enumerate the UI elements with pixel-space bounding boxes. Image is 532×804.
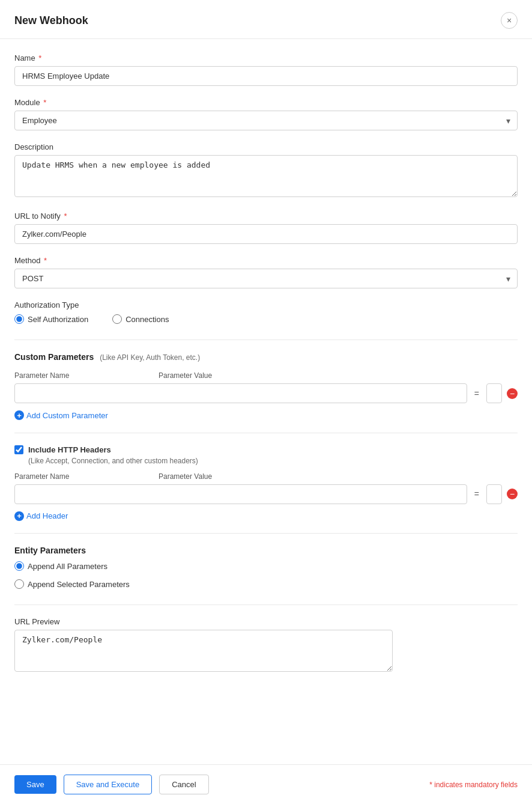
close-button[interactable]: ×	[501, 12, 518, 29]
add-custom-param-icon: +	[14, 410, 24, 420]
custom-param-name-input-1[interactable]	[14, 383, 467, 403]
url-notify-label: URL to Notify *	[14, 212, 518, 221]
save-execute-button[interactable]: Save and Execute	[64, 775, 153, 794]
custom-params-title: Custom Parameters (Like API Key, Auth To…	[14, 352, 518, 362]
entity-append-all-label: Append All Parameters	[28, 562, 107, 571]
custom-param-value-input-1[interactable]	[486, 383, 502, 403]
new-webhook-modal: New Webhook × Name * Module * Employee C…	[0, 0, 532, 804]
include-headers-label: Include HTTP Headers	[28, 445, 111, 454]
auth-connections-label: Connections	[125, 315, 169, 324]
method-label: Method *	[14, 256, 518, 265]
name-input[interactable]	[14, 66, 518, 86]
entity-append-all-radio[interactable]	[14, 561, 24, 571]
url-preview-input[interactable]: Zylker.com/People	[14, 630, 393, 672]
method-group: Method * POST GET PUT DELETE	[14, 256, 518, 288]
url-notify-group: URL to Notify *	[14, 212, 518, 244]
auth-self-option[interactable]: Self Authorization	[14, 314, 88, 324]
remove-custom-param-button-1[interactable]: −	[507, 388, 518, 400]
auth-radio-group: Self Authorization Connections	[14, 314, 518, 327]
header-param-value-input-1[interactable]	[486, 484, 502, 504]
custom-param-row-1: = −	[14, 383, 518, 403]
headers-param-header-row: Parameter Name Parameter Value	[14, 472, 518, 481]
remove-custom-param-icon-1: −	[507, 388, 518, 399]
mandatory-note: * indicates mandatory fields	[429, 781, 518, 789]
entity-params-title: Entity Parameters	[14, 546, 518, 555]
equals-sign-1: =	[472, 389, 482, 398]
add-header-link[interactable]: + Add Header	[14, 511, 68, 521]
include-headers-section: Include HTTP Headers (Like Accept, Conne…	[14, 445, 518, 522]
url-preview-section: URL Preview Zylker.com/People	[14, 617, 518, 674]
module-select-wrapper: Employee Contact Lead Deal	[14, 111, 518, 130]
divider-3	[14, 533, 518, 534]
auth-connections-radio[interactable]	[112, 314, 122, 324]
description-group: Description Update HRMS when a new emplo…	[14, 142, 518, 199]
header-param-name-input-1[interactable]	[14, 484, 467, 504]
url-required-star: *	[64, 212, 67, 221]
entity-radio-group: Append All Parameters Append Selected Pa…	[14, 561, 518, 592]
save-button[interactable]: Save	[14, 775, 56, 794]
modal-body: Name * Module * Employee Contact Lead De…	[0, 39, 532, 764]
add-header-label: Add Header	[26, 511, 68, 520]
entity-params-section: Entity Parameters Append All Parameters …	[14, 546, 518, 592]
auth-type-section: Authorization Type Self Authorization Co…	[14, 300, 518, 327]
add-custom-param-link[interactable]: + Add Custom Parameter	[14, 410, 108, 420]
include-headers-checkbox[interactable]	[14, 445, 23, 454]
name-required-star: *	[38, 53, 41, 62]
entity-append-all-option[interactable]: Append All Parameters	[14, 561, 518, 571]
custom-params-subtitle: (Like API Key, Auth Token, etc.)	[100, 353, 200, 362]
divider-2	[14, 433, 518, 433]
entity-append-selected-option[interactable]: Append Selected Parameters	[14, 579, 518, 589]
url-notify-input[interactable]	[14, 224, 518, 244]
include-headers-checkbox-row: Include HTTP Headers	[14, 445, 518, 454]
auth-self-label: Self Authorization	[28, 315, 88, 324]
url-preview-title: URL Preview	[14, 617, 518, 626]
auth-self-radio[interactable]	[14, 314, 24, 324]
divider-1	[14, 340, 518, 340]
param-name-col-label: Parameter Name	[14, 371, 135, 380]
module-required-star: *	[43, 98, 46, 107]
include-headers-hint: (Like Accept, Connection, and other cust…	[14, 457, 518, 465]
modal-header: New Webhook ×	[0, 0, 532, 39]
method-select[interactable]: POST GET PUT DELETE	[14, 269, 518, 288]
modal-title: New Webhook	[14, 14, 88, 27]
headers-param-name-col-label: Parameter Name	[14, 472, 135, 481]
divider-4	[14, 605, 518, 605]
add-custom-param-label: Add Custom Parameter	[26, 411, 108, 420]
header-equals-sign-1: =	[472, 489, 482, 499]
method-required-star: *	[44, 256, 47, 265]
modal-footer: Save Save and Execute Cancel * indicates…	[0, 764, 532, 804]
auth-type-label: Authorization Type	[14, 300, 518, 309]
module-label: Module *	[14, 98, 518, 107]
description-input[interactable]: Update HRMS when a new employee is added	[14, 155, 518, 197]
headers-param-value-col-label: Parameter Value	[159, 472, 518, 481]
header-param-row-1: = −	[14, 484, 518, 504]
name-label: Name *	[14, 53, 518, 62]
custom-params-section: Custom Parameters (Like API Key, Auth To…	[14, 352, 518, 421]
add-header-icon: +	[14, 511, 24, 521]
remove-header-button-1[interactable]: −	[507, 488, 518, 500]
cancel-button[interactable]: Cancel	[159, 775, 208, 794]
module-group: Module * Employee Contact Lead Deal	[14, 98, 518, 130]
entity-append-selected-label: Append Selected Parameters	[28, 580, 130, 589]
param-value-col-label: Parameter Value	[159, 371, 518, 380]
description-label: Description	[14, 142, 518, 151]
module-select[interactable]: Employee Contact Lead Deal	[14, 111, 518, 130]
method-select-wrapper: POST GET PUT DELETE	[14, 269, 518, 288]
entity-append-selected-radio[interactable]	[14, 579, 24, 589]
name-group: Name *	[14, 53, 518, 86]
remove-header-icon-1: −	[507, 489, 518, 499]
close-icon: ×	[507, 16, 512, 25]
auth-connections-option[interactable]: Connections	[112, 314, 169, 324]
custom-param-header-row: Parameter Name Parameter Value	[14, 371, 518, 380]
